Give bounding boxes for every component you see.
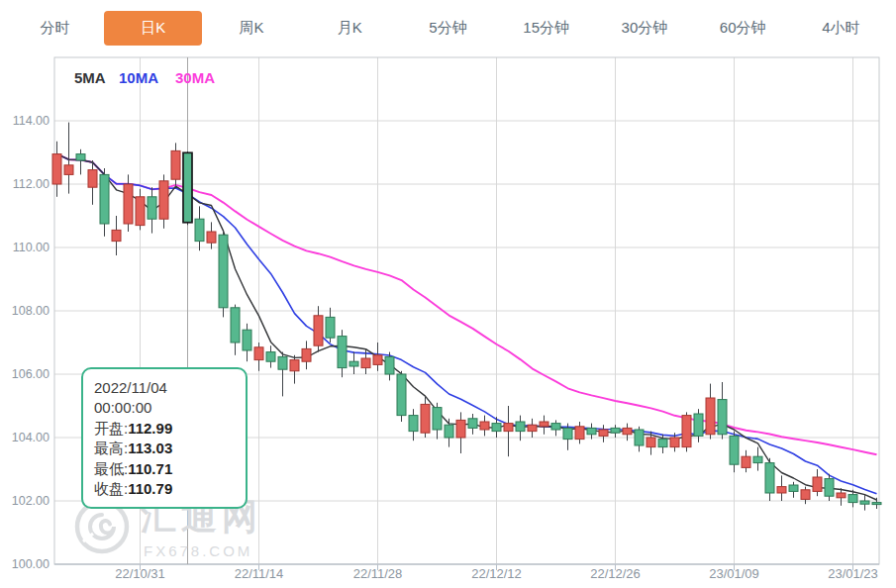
- timeframe-tab-8[interactable]: 4小时: [792, 11, 890, 46]
- timeframe-tab-6[interactable]: 30分钟: [595, 11, 693, 46]
- candle[interactable]: [658, 440, 667, 447]
- candle[interactable]: [623, 428, 632, 434]
- candle[interactable]: [718, 400, 727, 435]
- candle[interactable]: [492, 424, 501, 432]
- candle[interactable]: [825, 479, 834, 497]
- candle[interactable]: [611, 428, 620, 433]
- timeframe-tab-5[interactable]: 15分钟: [497, 11, 595, 46]
- y-axis-label: 104.00: [12, 431, 50, 444]
- candle[interactable]: [136, 197, 145, 226]
- x-axis-label: 23/01/23: [828, 566, 878, 581]
- candle[interactable]: [587, 428, 596, 434]
- y-axis-label: 112.00: [13, 177, 50, 191]
- candle[interactable]: [112, 230, 121, 241]
- candle[interactable]: [243, 330, 251, 350]
- candle[interactable]: [278, 356, 287, 369]
- candle[interactable]: [860, 501, 869, 504]
- candle[interactable]: [599, 430, 608, 436]
- candle[interactable]: [456, 420, 465, 438]
- x-axis-label: 22/11/28: [353, 566, 403, 581]
- candle[interactable]: [171, 150, 180, 179]
- candle[interactable]: [124, 184, 133, 224]
- tooltip-time: 00:00:00: [94, 398, 235, 418]
- candle-highlighted[interactable]: [183, 152, 192, 222]
- candle[interactable]: [159, 181, 168, 219]
- candle[interactable]: [421, 404, 430, 433]
- candle[interactable]: [148, 197, 156, 219]
- candle-tooltip: 2022/11/04 00:00:00 开盘:112.99 最高:113.03 …: [81, 367, 248, 509]
- candle[interactable]: [195, 219, 204, 241]
- x-axis-label: 22/10/31: [115, 566, 165, 581]
- timeframe-tab-1[interactable]: 日K: [104, 11, 202, 46]
- candle[interactable]: [753, 456, 762, 462]
- y-axis-label: 110.00: [13, 241, 50, 254]
- candle[interactable]: [338, 337, 347, 368]
- candle[interactable]: [433, 408, 442, 430]
- candle[interactable]: [742, 456, 750, 467]
- candle[interactable]: [563, 428, 572, 439]
- candle[interactable]: [361, 358, 370, 368]
- candle[interactable]: [765, 463, 774, 493]
- candle[interactable]: [254, 347, 263, 360]
- candle[interactable]: [373, 355, 382, 365]
- y-axis-label: 106.00: [12, 367, 50, 381]
- candle[interactable]: [706, 398, 715, 435]
- candle[interactable]: [88, 170, 97, 188]
- candle[interactable]: [540, 422, 548, 427]
- y-axis-label: 108.00: [12, 304, 50, 318]
- legend-30ma: 30MA: [175, 69, 215, 86]
- candle[interactable]: [385, 356, 394, 374]
- candle[interactable]: [801, 490, 810, 500]
- candle[interactable]: [837, 493, 846, 498]
- timeframe-tab-4[interactable]: 5分钟: [399, 11, 497, 46]
- candle[interactable]: [813, 477, 822, 491]
- timeframe-tab-2[interactable]: 周K: [202, 11, 300, 46]
- candle[interactable]: [575, 427, 584, 440]
- candle[interactable]: [789, 485, 798, 491]
- tooltip-date: 2022/11/04: [94, 378, 235, 398]
- timeframe-tab-3[interactable]: 月K: [301, 11, 399, 46]
- candle[interactable]: [528, 425, 537, 431]
- candle[interactable]: [551, 424, 560, 430]
- candle[interactable]: [445, 425, 453, 438]
- candle[interactable]: [326, 317, 335, 338]
- candle[interactable]: [872, 503, 881, 505]
- candle[interactable]: [302, 348, 311, 361]
- timeframe-tabbar: 分时日K周K月K5分钟15分钟30分钟60分钟4小时: [0, 0, 896, 56]
- candle[interactable]: [349, 361, 358, 366]
- candle[interactable]: [219, 235, 228, 308]
- candle[interactable]: [266, 352, 275, 362]
- y-axis-label: 102.00: [12, 494, 50, 508]
- candle[interactable]: [207, 232, 216, 243]
- candle[interactable]: [670, 438, 679, 447]
- candle[interactable]: [635, 430, 644, 445]
- candle[interactable]: [76, 154, 85, 160]
- kline-chart-app: 分时日K周K月K5分钟15分钟30分钟60分钟4小时 100.00102.001…: [0, 0, 896, 588]
- candle[interactable]: [694, 414, 703, 436]
- candle[interactable]: [682, 416, 691, 447]
- candle[interactable]: [409, 416, 418, 432]
- x-axis-label: 23/01/09: [709, 566, 759, 581]
- y-axis-label: 114.00: [13, 114, 50, 128]
- candle[interactable]: [397, 374, 406, 416]
- candle[interactable]: [100, 174, 109, 224]
- y-axis-label: 100.00: [12, 557, 50, 571]
- candle[interactable]: [290, 360, 299, 371]
- candle[interactable]: [516, 422, 525, 432]
- candle[interactable]: [730, 436, 739, 464]
- candle[interactable]: [468, 419, 477, 429]
- candle[interactable]: [647, 438, 655, 447]
- legend-5ma: 5MA: [74, 69, 106, 86]
- candle[interactable]: [52, 154, 61, 184]
- candle[interactable]: [480, 422, 489, 430]
- x-axis-label: 22/12/26: [590, 566, 641, 581]
- candle[interactable]: [848, 495, 857, 503]
- timeframe-tab-7[interactable]: 60分钟: [694, 11, 792, 46]
- candle[interactable]: [64, 165, 73, 175]
- candle[interactable]: [777, 487, 786, 493]
- timeframe-tab-0[interactable]: 分时: [6, 11, 104, 46]
- candle[interactable]: [504, 424, 513, 432]
- candle[interactable]: [231, 308, 240, 343]
- candle[interactable]: [314, 316, 323, 345]
- legend-10ma: 10MA: [119, 69, 158, 86]
